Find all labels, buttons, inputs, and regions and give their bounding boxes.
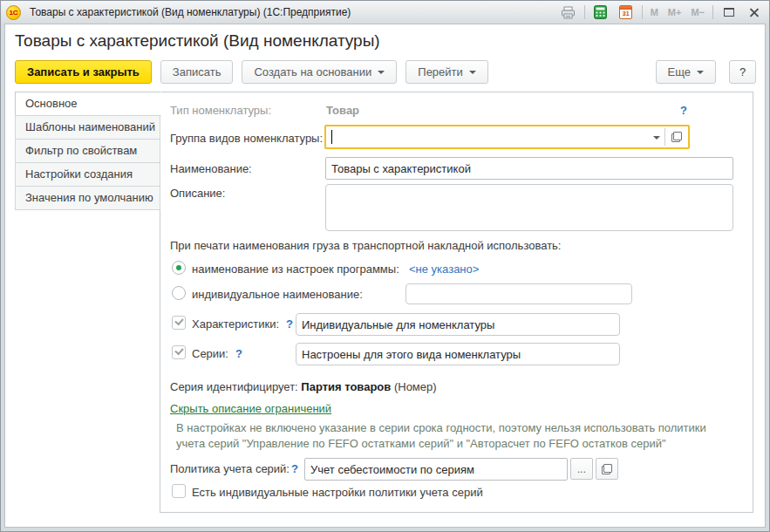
radio-individual-name-label: индивидуальное наименование: (192, 288, 363, 301)
restrictions-warning-line2: учета серий "Управление по FEFO остаткам… (176, 437, 666, 450)
close-icon (749, 7, 760, 17)
radio-program-name-label: наименование из настроек программы: (192, 263, 399, 276)
characteristics-label: Характеристики: (192, 317, 279, 331)
series-checkbox[interactable] (172, 345, 186, 359)
print-section-label: При печати наименования груза в транспор… (170, 239, 561, 252)
maximize-icon (724, 8, 734, 17)
memory-add-button[interactable]: М+ (666, 3, 684, 21)
app-window: 1С Товары с характеристикой (Вид номенкл… (0, 0, 770, 532)
characteristics-checkbox[interactable] (172, 316, 186, 330)
memory-recall-button[interactable]: М (649, 3, 660, 21)
titlebar-separator (584, 5, 585, 19)
group-input[interactable] (326, 126, 649, 147)
create-based-on-button[interactable]: Создать на основании (242, 60, 397, 84)
radio-individual-name[interactable] (172, 286, 186, 300)
close-button[interactable] (745, 3, 764, 21)
not-specified-link[interactable]: <не указано> (409, 263, 479, 276)
chevron-down-icon (697, 71, 704, 74)
text-cursor (331, 130, 332, 144)
series-identifies-line: Серия идентифицирует: Партия товаров (Но… (170, 380, 437, 393)
nomenclature-type-label: Тип номенклатуры: (170, 104, 271, 117)
calendar-icon-body: 31 (619, 5, 632, 19)
goto-label: Перейти (418, 65, 463, 78)
policy-help-icon[interactable]: ? (291, 462, 298, 475)
individual-policy-label: Есть индивидуальные настройки политики у… (192, 486, 483, 499)
tab-znacheniya-po-umolchaniyu[interactable]: Значения по умолчанию (15, 186, 160, 210)
memory-subtract-button[interactable]: М− (689, 3, 706, 21)
form-window-body: Товары с характеристикой (Вид номенклату… (4, 24, 766, 528)
help-button[interactable]: ? (729, 60, 756, 84)
more-label: Еще (668, 65, 691, 78)
save-button[interactable]: Записать (160, 60, 234, 84)
open-icon (671, 132, 682, 142)
save-and-close-button[interactable]: Записать и закрыть (15, 60, 152, 84)
description-textarea[interactable] (325, 184, 733, 231)
calendar-icon[interactable]: 31 (617, 3, 636, 21)
policy-open-button[interactable] (596, 458, 618, 480)
titlebar-separator (642, 5, 643, 19)
series-help-icon[interactable]: ? (235, 347, 242, 360)
series-input[interactable] (296, 343, 620, 365)
tab-nastroyki-sozdaniya[interactable]: Настройки создания (15, 162, 160, 187)
series-identifies-value: Партия товаров (301, 380, 391, 393)
tab-shablony-naimenovaniy[interactable]: Шаблоны наименований (15, 115, 160, 140)
toolbar-left-group: Записать и закрыть Записать Создать на о… (15, 60, 756, 84)
titlebar-separator (712, 5, 713, 19)
open-icon (602, 464, 612, 474)
restrictions-warning-line1: В настройках не включено указание в сери… (176, 421, 706, 434)
1c-logo-icon: 1С (6, 5, 21, 20)
group-open-button[interactable] (665, 126, 688, 147)
form-panel: Тип номенклатуры: Товар ? Группа видов н… (160, 92, 753, 513)
radio-program-name[interactable] (172, 261, 186, 275)
group-dropdown-button[interactable] (649, 126, 664, 147)
calculator-icon[interactable] (591, 3, 610, 21)
create-based-on-label: Создать на основании (254, 65, 371, 78)
description-field-label: Описание: (170, 187, 225, 200)
chevron-down-icon (378, 71, 385, 74)
toolbar: Записать и закрыть Записать Создать на о… (15, 60, 756, 85)
chevron-down-icon (469, 71, 476, 74)
navigation-tabs: Основное Шаблоны наименований Фильтр по … (15, 92, 160, 210)
name-field-label: Наименование: (170, 162, 252, 175)
tab-filtr-po-svoystvam[interactable]: Фильтр по свойствам (15, 139, 160, 163)
characteristics-help-icon[interactable]: ? (286, 317, 293, 331)
window-title: Товары с характеристикой (Вид номенклату… (26, 6, 554, 18)
policy-input[interactable] (304, 458, 568, 481)
maximize-button[interactable] (719, 3, 739, 21)
nomenclature-type-value: Товар (326, 104, 359, 117)
individual-policy-checkbox[interactable] (172, 484, 186, 498)
group-reference-field (324, 125, 690, 149)
calendar-day-label: 31 (620, 10, 631, 18)
characteristics-input[interactable] (296, 313, 620, 336)
name-input[interactable] (325, 157, 733, 180)
more-button[interactable]: Еще (656, 60, 716, 84)
policy-ellipsis-button[interactable]: ... (570, 458, 593, 480)
policy-label: Политика учета серий: (170, 462, 290, 475)
goto-button[interactable]: Перейти (405, 60, 488, 84)
group-field-label: Группа видов номенклатуры: (170, 132, 323, 145)
print-icon[interactable] (559, 3, 578, 21)
individual-name-input[interactable] (405, 283, 632, 304)
page-title: Товары с характеристикой (Вид номенклату… (15, 31, 380, 51)
type-help-icon[interactable]: ? (680, 104, 687, 117)
series-identifies-label: Серия идентифицирует: (170, 380, 298, 393)
chevron-down-icon (653, 136, 660, 140)
series-identifies-suffix: (Номер) (394, 380, 437, 393)
titlebar-icons: 31 М М+ М− (559, 3, 764, 21)
tab-osnovnoe[interactable]: Основное (15, 92, 161, 116)
title-bar: 1С Товары с характеристикой (Вид номенкл… (1, 1, 769, 24)
hide-restrictions-link[interactable]: Скрыть описание ограничений (170, 402, 331, 415)
series-label: Серии: (192, 347, 228, 360)
